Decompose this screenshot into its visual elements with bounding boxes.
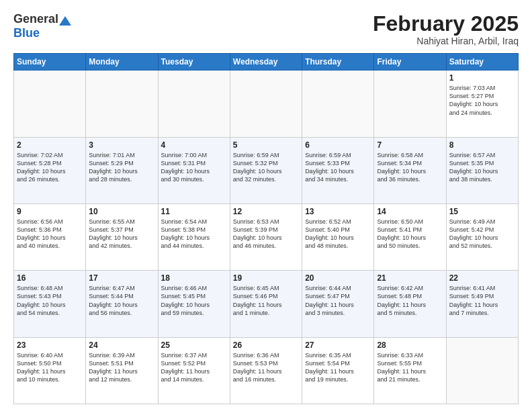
- day-number: 12: [233, 207, 299, 216]
- day-header-friday: Friday: [374, 54, 446, 71]
- month-title: February 2025: [373, 12, 519, 36]
- calendar-cell: 13Sunrise: 6:52 AM Sunset: 5:40 PM Dayli…: [302, 203, 374, 270]
- day-number: 1: [449, 73, 515, 83]
- day-info: Sunrise: 6:52 AM Sunset: 5:40 PM Dayligh…: [305, 218, 371, 250]
- day-info: Sunrise: 6:59 AM Sunset: 5:32 PM Dayligh…: [233, 151, 299, 184]
- calendar-cell: 9Sunrise: 6:56 AM Sunset: 5:36 PM Daylig…: [14, 203, 86, 270]
- day-info: Sunrise: 6:36 AM Sunset: 5:53 PM Dayligh…: [233, 351, 299, 384]
- day-header-tuesday: Tuesday: [158, 54, 230, 71]
- location: Nahiyat Hiran, Arbil, Iraq: [373, 36, 519, 46]
- calendar-cell: 8Sunrise: 6:57 AM Sunset: 5:35 PM Daylig…: [446, 137, 518, 203]
- day-number: 14: [377, 207, 443, 216]
- calendar-cell: 16Sunrise: 6:48 AM Sunset: 5:43 PM Dayli…: [14, 271, 86, 337]
- week-row: 16Sunrise: 6:48 AM Sunset: 5:43 PM Dayli…: [14, 271, 519, 337]
- day-info: Sunrise: 7:02 AM Sunset: 5:28 PM Dayligh…: [17, 151, 83, 184]
- calendar-cell: 1Sunrise: 7:03 AM Sunset: 5:27 PM Daylig…: [446, 71, 518, 137]
- day-info: Sunrise: 6:53 AM Sunset: 5:39 PM Dayligh…: [233, 218, 299, 250]
- day-info: Sunrise: 6:50 AM Sunset: 5:41 PM Dayligh…: [377, 218, 443, 250]
- day-info: Sunrise: 6:46 AM Sunset: 5:45 PM Dayligh…: [161, 284, 227, 317]
- calendar-cell: 26Sunrise: 6:36 AM Sunset: 5:53 PM Dayli…: [230, 337, 302, 404]
- day-info: Sunrise: 6:39 AM Sunset: 5:51 PM Dayligh…: [89, 351, 154, 384]
- day-number: 24: [89, 340, 154, 350]
- logo-blue-text: Blue: [13, 26, 40, 40]
- day-info: Sunrise: 6:47 AM Sunset: 5:44 PM Dayligh…: [89, 284, 154, 317]
- day-info: Sunrise: 6:35 AM Sunset: 5:54 PM Dayligh…: [305, 351, 371, 384]
- day-info: Sunrise: 6:58 AM Sunset: 5:34 PM Dayligh…: [377, 151, 443, 184]
- day-info: Sunrise: 6:57 AM Sunset: 5:35 PM Dayligh…: [449, 151, 515, 184]
- day-number: 5: [233, 140, 299, 150]
- logo-text: General: [13, 12, 71, 26]
- day-info: Sunrise: 6:59 AM Sunset: 5:33 PM Dayligh…: [305, 151, 371, 184]
- day-info: Sunrise: 6:37 AM Sunset: 5:52 PM Dayligh…: [161, 351, 227, 384]
- calendar-cell: 7Sunrise: 6:58 AM Sunset: 5:34 PM Daylig…: [374, 137, 446, 203]
- calendar-header-row: SundayMondayTuesdayWednesdayThursdayFrid…: [14, 54, 519, 71]
- day-number: 27: [305, 340, 371, 350]
- calendar-cell: 21Sunrise: 6:42 AM Sunset: 5:48 PM Dayli…: [374, 271, 446, 337]
- day-number: 7: [377, 140, 443, 150]
- day-number: 20: [305, 273, 371, 283]
- day-header-thursday: Thursday: [302, 54, 374, 71]
- calendar-cell: [230, 71, 302, 137]
- day-number: 11: [161, 207, 227, 216]
- day-number: 21: [377, 273, 443, 283]
- calendar-cell: 14Sunrise: 6:50 AM Sunset: 5:41 PM Dayli…: [374, 203, 446, 270]
- day-number: 16: [17, 273, 83, 283]
- day-number: 28: [377, 340, 443, 350]
- calendar-cell: 19Sunrise: 6:45 AM Sunset: 5:46 PM Dayli…: [230, 271, 302, 337]
- header: General Blue February 2025 Nahiyat Hiran…: [13, 12, 519, 46]
- calendar-cell: 10Sunrise: 6:55 AM Sunset: 5:37 PM Dayli…: [86, 203, 158, 270]
- calendar-cell: 15Sunrise: 6:49 AM Sunset: 5:42 PM Dayli…: [446, 203, 518, 270]
- day-info: Sunrise: 6:40 AM Sunset: 5:50 PM Dayligh…: [17, 351, 83, 384]
- day-number: 4: [161, 140, 227, 150]
- calendar-cell: 24Sunrise: 6:39 AM Sunset: 5:51 PM Dayli…: [86, 337, 158, 404]
- day-info: Sunrise: 6:42 AM Sunset: 5:48 PM Dayligh…: [377, 284, 443, 317]
- day-info: Sunrise: 6:44 AM Sunset: 5:47 PM Dayligh…: [305, 284, 371, 317]
- day-number: 9: [17, 207, 83, 216]
- day-number: 17: [89, 273, 154, 283]
- day-info: Sunrise: 6:41 AM Sunset: 5:49 PM Dayligh…: [449, 284, 515, 317]
- calendar-cell: 6Sunrise: 6:59 AM Sunset: 5:33 PM Daylig…: [302, 137, 374, 203]
- day-info: Sunrise: 6:48 AM Sunset: 5:43 PM Dayligh…: [17, 284, 83, 317]
- calendar-cell: [302, 71, 374, 137]
- calendar-cell: 25Sunrise: 6:37 AM Sunset: 5:52 PM Dayli…: [158, 337, 230, 404]
- svg-marker-0: [59, 16, 71, 26]
- day-number: 23: [17, 340, 83, 350]
- title-block: February 2025 Nahiyat Hiran, Arbil, Iraq: [373, 12, 519, 46]
- day-number: 19: [233, 273, 299, 283]
- calendar-cell: [158, 71, 230, 137]
- day-info: Sunrise: 7:01 AM Sunset: 5:29 PM Dayligh…: [89, 151, 154, 184]
- day-number: 18: [161, 273, 227, 283]
- day-info: Sunrise: 6:54 AM Sunset: 5:38 PM Dayligh…: [161, 218, 227, 250]
- calendar-cell: 18Sunrise: 6:46 AM Sunset: 5:45 PM Dayli…: [158, 271, 230, 337]
- calendar-cell: 2Sunrise: 7:02 AM Sunset: 5:28 PM Daylig…: [14, 137, 86, 203]
- day-info: Sunrise: 7:03 AM Sunset: 5:27 PM Dayligh…: [449, 84, 515, 117]
- calendar-cell: 28Sunrise: 6:33 AM Sunset: 5:55 PM Dayli…: [374, 337, 446, 404]
- day-header-sunday: Sunday: [14, 54, 86, 71]
- calendar: SundayMondayTuesdayWednesdayThursdayFrid…: [13, 53, 519, 404]
- day-number: 22: [449, 273, 515, 283]
- day-info: Sunrise: 6:33 AM Sunset: 5:55 PM Dayligh…: [377, 351, 443, 384]
- calendar-cell: 22Sunrise: 6:41 AM Sunset: 5:49 PM Dayli…: [446, 271, 518, 337]
- day-info: Sunrise: 6:56 AM Sunset: 5:36 PM Dayligh…: [17, 218, 83, 250]
- day-number: 2: [17, 140, 83, 150]
- page: General Blue February 2025 Nahiyat Hiran…: [0, 0, 532, 411]
- day-number: 6: [305, 140, 371, 150]
- week-row: 2Sunrise: 7:02 AM Sunset: 5:28 PM Daylig…: [14, 137, 519, 203]
- calendar-cell: 27Sunrise: 6:35 AM Sunset: 5:54 PM Dayli…: [302, 337, 374, 404]
- day-info: Sunrise: 7:00 AM Sunset: 5:31 PM Dayligh…: [161, 151, 227, 184]
- day-header-monday: Monday: [86, 54, 158, 71]
- calendar-cell: 11Sunrise: 6:54 AM Sunset: 5:38 PM Dayli…: [158, 203, 230, 270]
- week-row: 23Sunrise: 6:40 AM Sunset: 5:50 PM Dayli…: [14, 337, 519, 404]
- calendar-cell: [86, 71, 158, 137]
- logo-general: General: [13, 12, 58, 26]
- day-header-wednesday: Wednesday: [230, 54, 302, 71]
- calendar-cell: 20Sunrise: 6:44 AM Sunset: 5:47 PM Dayli…: [302, 271, 374, 337]
- day-number: 3: [89, 140, 154, 150]
- calendar-cell: 4Sunrise: 7:00 AM Sunset: 5:31 PM Daylig…: [158, 137, 230, 203]
- calendar-cell: 12Sunrise: 6:53 AM Sunset: 5:39 PM Dayli…: [230, 203, 302, 270]
- calendar-cell: [14, 71, 86, 137]
- day-number: 13: [305, 207, 371, 216]
- day-info: Sunrise: 6:55 AM Sunset: 5:37 PM Dayligh…: [89, 218, 154, 250]
- calendar-cell: 3Sunrise: 7:01 AM Sunset: 5:29 PM Daylig…: [86, 137, 158, 203]
- logo-icon: [59, 15, 71, 24]
